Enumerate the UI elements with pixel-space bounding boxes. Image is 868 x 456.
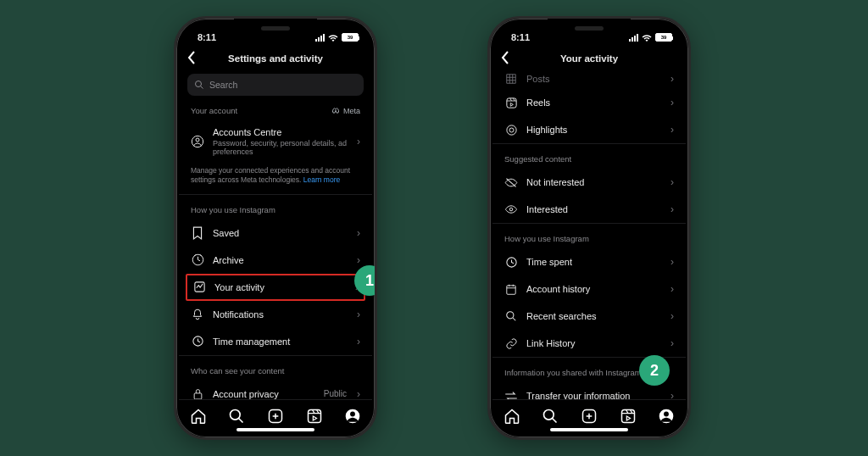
row-posts[interactable]: Posts › — [492, 70, 686, 89]
wifi-icon — [642, 34, 652, 42]
row-interested[interactable]: Interested › — [492, 196, 686, 223]
tab-profile[interactable] — [657, 407, 676, 425]
tab-create[interactable] — [266, 407, 285, 425]
activity-icon — [192, 281, 206, 294]
accounts-centre-description: Manage your connected experiences and ac… — [179, 163, 372, 195]
tab-search[interactable] — [227, 407, 246, 425]
link-icon — [504, 336, 518, 350]
page-header: Your activity — [492, 47, 686, 70]
chevron-right-icon: › — [670, 73, 674, 85]
chevron-right-icon: › — [357, 136, 360, 147]
chevron-right-icon: › — [357, 254, 360, 266]
svg-rect-21 — [507, 285, 515, 293]
step-badge-2: 2 — [639, 355, 670, 386]
tab-home[interactable] — [503, 407, 521, 425]
cellular-icon — [629, 34, 638, 42]
learn-more-link[interactable]: Learn more — [303, 175, 340, 184]
svg-point-9 — [231, 409, 241, 420]
svg-line-10 — [239, 418, 243, 422]
svg-point-17 — [509, 128, 514, 132]
svg-rect-12 — [308, 409, 320, 422]
svg-point-29 — [664, 411, 669, 416]
svg-point-24 — [544, 409, 554, 420]
tab-home[interactable] — [189, 407, 208, 425]
svg-rect-7 — [194, 393, 202, 399]
row-archive[interactable]: Archive › — [179, 247, 372, 274]
calendar-icon — [504, 282, 518, 296]
svg-line-1 — [201, 86, 203, 89]
person-circle-icon — [191, 135, 204, 148]
row-your-activity[interactable]: Your activity › — [186, 274, 365, 301]
search-icon — [194, 80, 204, 90]
meta-brand: Meta — [332, 107, 360, 115]
row-highlights[interactable]: Highlights › — [492, 116, 686, 143]
row-notifications[interactable]: Notifications › — [179, 301, 372, 328]
svg-point-16 — [506, 125, 515, 134]
bell-icon — [191, 308, 204, 321]
back-button[interactable] — [501, 51, 509, 64]
section-your-account: Your account Meta — [179, 96, 372, 120]
search-icon — [504, 309, 518, 323]
chevron-right-icon: › — [357, 388, 360, 399]
clock-icon — [191, 335, 204, 348]
chevron-right-icon: › — [670, 97, 674, 108]
tab-reels[interactable] — [619, 407, 637, 425]
search-placeholder: Search — [209, 80, 237, 90]
notch — [548, 19, 631, 37]
clock-icon — [504, 255, 518, 269]
highlights-icon — [504, 123, 518, 136]
row-link-history[interactable]: Link History › — [492, 330, 686, 357]
svg-point-14 — [350, 411, 355, 416]
page-title: Settings and activity — [228, 53, 323, 64]
chevron-right-icon: › — [670, 310, 674, 322]
chevron-right-icon: › — [670, 124, 674, 136]
chevron-right-icon: › — [670, 337, 674, 349]
archive-icon — [191, 253, 204, 267]
eye-off-icon — [504, 175, 518, 189]
bookmark-icon — [191, 226, 204, 240]
transfer-icon — [504, 389, 518, 399]
privacy-value: Public — [324, 389, 347, 398]
chevron-right-icon: › — [670, 283, 674, 295]
grid-icon — [504, 72, 518, 86]
chevron-right-icon: › — [670, 176, 674, 188]
back-button[interactable] — [187, 51, 196, 64]
tab-search[interactable] — [541, 407, 559, 425]
row-recent-searches[interactable]: Recent searches › — [492, 303, 686, 330]
page-title: Your activity — [560, 53, 618, 64]
section-how-you-use: How you use Instagram — [492, 224, 686, 248]
home-indicator — [236, 428, 314, 431]
tab-reels[interactable] — [305, 407, 324, 425]
section-suggested-content: Suggested content — [492, 144, 686, 169]
page-header: Settings and activity — [179, 47, 372, 70]
svg-rect-27 — [621, 409, 634, 422]
battery-icon: 39 — [342, 33, 359, 42]
row-time-management[interactable]: Time management › — [179, 328, 372, 355]
search-input[interactable]: Search — [187, 74, 364, 96]
svg-point-3 — [196, 138, 199, 142]
wifi-icon — [328, 34, 338, 42]
row-time-spent[interactable]: Time spent › — [492, 248, 686, 275]
battery-icon: 39 — [655, 33, 672, 42]
eye-icon — [504, 203, 518, 216]
row-label: Accounts Centre — [213, 127, 348, 137]
status-time: 8:11 — [511, 32, 530, 42]
phone-mockup-2: 8:11 39 Your activity Posts › — [487, 16, 691, 440]
section-how-you-use: How you use Instagram — [179, 195, 372, 220]
tab-profile[interactable] — [343, 407, 362, 425]
svg-point-22 — [507, 312, 514, 319]
svg-point-19 — [509, 208, 513, 211]
svg-line-23 — [513, 318, 516, 321]
tab-create[interactable] — [580, 407, 598, 425]
section-who-can-see: Who can see your content — [179, 356, 372, 381]
row-not-interested[interactable]: Not interested › — [492, 169, 686, 196]
row-saved[interactable]: Saved › — [179, 220, 372, 247]
row-account-privacy[interactable]: Account privacy Public › — [179, 381, 372, 399]
row-accounts-centre[interactable]: Accounts Centre Password, security, pers… — [179, 120, 372, 163]
row-account-history[interactable]: Account history › — [492, 275, 686, 303]
lock-icon — [191, 387, 204, 399]
svg-rect-15 — [506, 97, 515, 107]
row-reels[interactable]: Reels › — [492, 89, 686, 116]
cellular-icon — [315, 34, 325, 42]
chevron-right-icon: › — [670, 203, 674, 215]
